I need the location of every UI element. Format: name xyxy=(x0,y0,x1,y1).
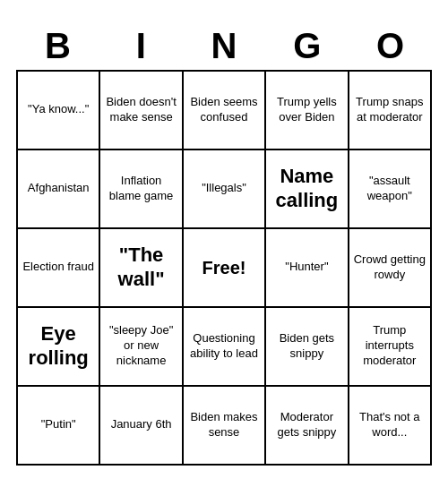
bingo-cell-11[interactable]: "The wall" xyxy=(100,229,183,308)
bingo-cell-20[interactable]: "Putin" xyxy=(18,387,100,466)
bingo-letter-o: O xyxy=(349,22,432,70)
bingo-cell-15[interactable]: Eye rolling xyxy=(18,308,100,387)
bingo-cell-1[interactable]: Biden doesn't make sense xyxy=(100,72,183,150)
bingo-cell-5[interactable]: Afghanistan xyxy=(18,150,100,229)
bingo-grid: "Ya know..."Biden doesn't make senseBide… xyxy=(16,70,432,466)
bingo-cell-24[interactable]: That's not a word... xyxy=(349,387,432,466)
bingo-cell-4[interactable]: Trump snaps at moderator xyxy=(349,72,432,150)
bingo-letter-i: I xyxy=(99,22,183,70)
bingo-cell-16[interactable]: "sleepy Joe" or new nickname xyxy=(100,308,183,387)
bingo-cell-12[interactable]: Free! xyxy=(184,229,266,308)
bingo-cell-6[interactable]: Inflation blame game xyxy=(100,150,183,229)
bingo-cell-18[interactable]: Biden gets snippy xyxy=(266,308,349,387)
bingo-cell-3[interactable]: Trump yells over Biden xyxy=(266,72,349,150)
bingo-cell-0[interactable]: "Ya know..." xyxy=(18,72,100,150)
bingo-cell-22[interactable]: Biden makes sense xyxy=(184,387,266,466)
bingo-cell-13[interactable]: "Hunter" xyxy=(266,229,349,308)
bingo-header: BINGO xyxy=(16,22,432,70)
bingo-letter-n: N xyxy=(183,22,266,70)
bingo-cell-23[interactable]: Moderator gets snippy xyxy=(266,387,349,466)
bingo-cell-2[interactable]: Biden seems confused xyxy=(184,72,266,150)
bingo-cell-14[interactable]: Crowd getting rowdy xyxy=(349,229,432,308)
bingo-cell-10[interactable]: Election fraud xyxy=(18,229,100,308)
bingo-letter-b: B xyxy=(16,22,99,70)
bingo-card: BINGO "Ya know..."Biden doesn't make sen… xyxy=(9,15,439,473)
bingo-cell-19[interactable]: Trump interrupts moderator xyxy=(349,308,432,387)
bingo-cell-8[interactable]: Name calling xyxy=(266,150,349,229)
bingo-cell-17[interactable]: Questioning ability to lead xyxy=(184,308,266,387)
bingo-letter-g: G xyxy=(265,22,349,70)
bingo-cell-7[interactable]: "Illegals" xyxy=(184,150,266,229)
bingo-cell-21[interactable]: January 6th xyxy=(100,387,183,466)
bingo-cell-9[interactable]: "assault weapon" xyxy=(349,150,432,229)
